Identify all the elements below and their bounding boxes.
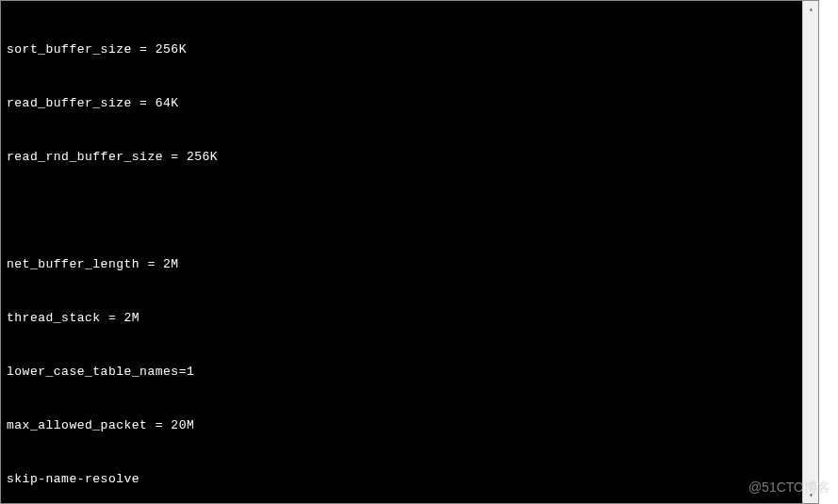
scrollbar-track[interactable] — [803, 17, 819, 487]
terminal-window: sort_buffer_size = 256K read_buffer_size… — [0, 0, 819, 504]
config-line: thread_stack = 2M — [7, 309, 813, 327]
scrollbar[interactable]: ▴ ▾ — [802, 1, 818, 503]
config-line: sort_buffer_size = 256K — [7, 41, 813, 58]
blank-line — [7, 202, 813, 219]
config-line: max_allowed_packet = 20M — [7, 416, 813, 434]
config-line: net_buffer_length = 2M — [7, 255, 813, 273]
watermark-text: @51CTO博客 — [748, 480, 830, 496]
config-line: read_rnd_buffer_size = 256K — [7, 148, 813, 166]
config-line: lower_case_table_names=1 — [7, 363, 813, 381]
config-line: skip-name-resolve — [7, 470, 813, 488]
scrollbar-arrow-up-icon[interactable]: ▴ — [803, 1, 819, 17]
config-line: read_buffer_size = 64K — [7, 94, 813, 112]
terminal-content: sort_buffer_size = 256K read_buffer_size… — [1, 1, 818, 504]
